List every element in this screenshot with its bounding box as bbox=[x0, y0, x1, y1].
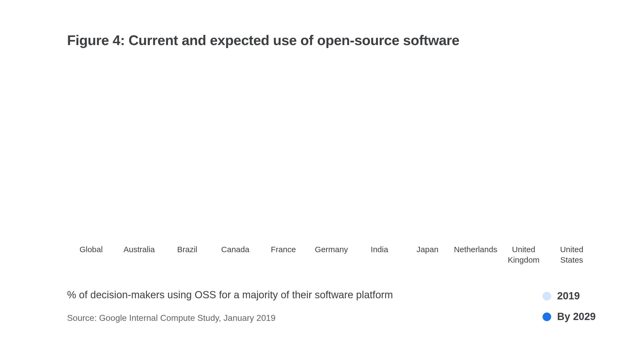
x-tick-label: Netherlands bbox=[452, 244, 500, 265]
legend-swatch-icon bbox=[543, 313, 551, 321]
chart-title: Figure 4: Current and expected use of op… bbox=[67, 32, 596, 48]
figure-container: Figure 4: Current and expected use of op… bbox=[0, 0, 644, 338]
x-tick-label: United States bbox=[548, 244, 596, 265]
x-tick-label: India bbox=[356, 244, 404, 265]
x-tick-label: Canada bbox=[211, 244, 259, 265]
legend-label: By 2029 bbox=[557, 311, 596, 322]
x-tick-label: France bbox=[259, 244, 307, 265]
x-tick-label: Australia bbox=[115, 244, 163, 265]
x-tick-label: Germany bbox=[307, 244, 355, 265]
x-tick-label: United Kingdom bbox=[500, 244, 548, 265]
legend-swatch-icon bbox=[543, 292, 551, 300]
x-tick-label: Brazil bbox=[163, 244, 211, 265]
x-tick-label: Global bbox=[67, 244, 115, 265]
legend-item-by-2029: By 2029 bbox=[543, 311, 596, 322]
footer-left: % of decision-makers using OSS for a maj… bbox=[67, 289, 393, 323]
x-tick-label: Japan bbox=[404, 244, 452, 265]
legend: 2019 By 2029 bbox=[543, 289, 596, 322]
plot-area bbox=[67, 64, 596, 236]
legend-label: 2019 bbox=[557, 290, 580, 302]
chart-source: Source: Google Internal Compute Study, J… bbox=[67, 313, 393, 323]
chart-caption: % of decision-makers using OSS for a maj… bbox=[67, 289, 393, 301]
x-axis-categories: Global Australia Brazil Canada France Ge… bbox=[67, 244, 596, 265]
legend-item-2019: 2019 bbox=[543, 290, 596, 302]
chart-footer: % of decision-makers using OSS for a maj… bbox=[67, 289, 596, 323]
